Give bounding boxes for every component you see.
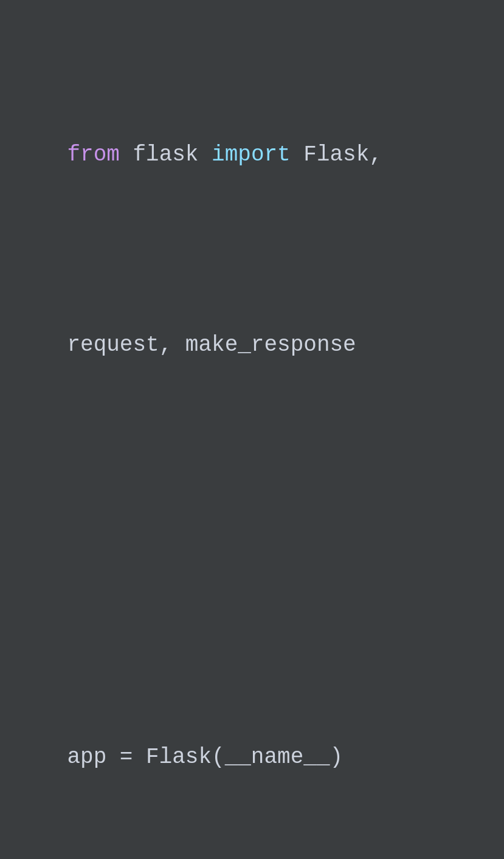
code-line-blank	[15, 488, 489, 520]
code-text: request, make_response	[67, 333, 356, 357]
code-line-blank	[15, 583, 489, 615]
code-text: flask	[120, 142, 212, 167]
code-line-2: request, make_response	[15, 298, 489, 393]
keyword-from: from	[67, 142, 119, 167]
code-line-1: from flask import Flask,	[15, 108, 489, 203]
keyword-import: import	[212, 142, 291, 167]
code-editor: from flask import Flask, request, make_r…	[15, 12, 489, 859]
code-text: Flask,	[291, 142, 382, 167]
code-line-5: app = Flask(__name__)	[15, 710, 489, 806]
code-text: app = Flask(__name__)	[67, 745, 343, 770]
